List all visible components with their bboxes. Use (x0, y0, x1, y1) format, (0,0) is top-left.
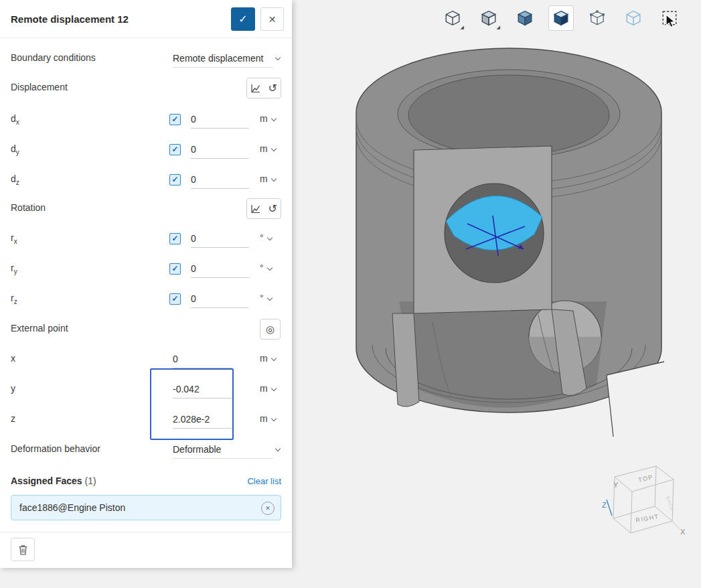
reset-icon: ↺ (268, 204, 277, 214)
remove-face-button[interactable]: ✕ (261, 502, 275, 515)
panel-header: Remote displacement 12 ✓ ✕ (0, 0, 292, 38)
shaded-view-button[interactable] (548, 5, 574, 31)
pick-point-button[interactable]: ◎ (260, 319, 281, 340)
rz-label: rz (11, 293, 17, 305)
z-axis-line (607, 500, 612, 516)
point-x-label: x (11, 353, 15, 364)
dy-row: dy ✓ 0 m (0, 139, 292, 161)
rx-checkbox[interactable]: ✓ (169, 233, 181, 244)
point-z-unit-select[interactable]: m (260, 413, 276, 424)
ramp-input-icon (250, 204, 261, 214)
point-y-row: y -0.042 m (0, 379, 292, 400)
rx-unit-select[interactable]: ° (260, 232, 272, 243)
chevron-down-icon (266, 265, 272, 271)
boundary-conditions-select[interactable]: Remote displacement (173, 50, 273, 68)
dx-input[interactable]: 0 (191, 111, 249, 129)
chevron-down-icon (266, 235, 272, 240)
trash-icon (17, 544, 29, 556)
rz-input[interactable]: 0 (191, 290, 249, 308)
footer-divider (0, 532, 292, 532)
panel-title: Remote displacement 12 (11, 13, 129, 25)
perspective-view-icon (589, 9, 606, 27)
view-cube-front-label[interactable]: RIGHT (635, 513, 660, 524)
dz-checkbox[interactable]: ✓ (169, 174, 181, 186)
point-x-unit-select[interactable]: m (260, 353, 276, 364)
mouse-cursor-icon (666, 14, 676, 29)
ramp-input-icon (250, 83, 261, 94)
view-cube-side-label[interactable]: BACK (666, 496, 675, 512)
rz-unit-select[interactable]: ° (260, 293, 272, 303)
ry-unit-select[interactable]: ° (260, 263, 272, 273)
isometric-view-button[interactable]: ◢ (440, 5, 465, 31)
chevron-down-icon (270, 416, 276, 421)
external-point-row: External point ◎ (0, 319, 292, 340)
apply-button[interactable]: ✓ (231, 7, 255, 31)
dx-unit-select[interactable]: m (260, 113, 276, 124)
dz-row: dz ✓ 0 m (0, 169, 292, 191)
ry-input[interactable]: 0 (191, 260, 249, 278)
chevron-down-icon (266, 295, 272, 301)
rx-label: rx (11, 232, 17, 245)
point-x-input[interactable]: 0 (173, 350, 232, 368)
rotation-tools-group[interactable]: ↺ (246, 198, 281, 219)
chevron-down-icon (275, 55, 281, 60)
hidden-line-view-button[interactable]: ◢ (476, 5, 501, 31)
point-z-label: z (11, 413, 15, 424)
dy-unit-select[interactable]: m (260, 143, 276, 154)
boundary-conditions-label: Boundary conditions (11, 52, 96, 63)
point-y-unit-select[interactable]: m (260, 383, 276, 394)
point-y-label: y (11, 383, 15, 394)
point-z-input[interactable]: 2.028e-2 (173, 411, 232, 429)
chevron-down-icon (270, 386, 276, 391)
view-cube-top-label[interactable]: TOP (637, 473, 654, 484)
reset-icon: ↺ (268, 83, 277, 94)
chevron-down-icon (270, 176, 276, 181)
chevron-down-icon (270, 116, 276, 121)
dy-checkbox[interactable]: ✓ (169, 144, 181, 155)
close-button[interactable]: ✕ (260, 7, 284, 31)
delete-button[interactable] (11, 538, 35, 561)
view-toolbar: ◢ ◢ (440, 5, 682, 31)
rx-input[interactable]: 0 (191, 230, 249, 248)
rotation-section-row: Rotation ↺ (0, 198, 292, 220)
z-axis-label: Z (602, 501, 607, 509)
target-point-icon: ◎ (266, 323, 275, 336)
close-icon: ✕ (268, 14, 277, 25)
rz-row: rz ✓ 0 ° (0, 289, 292, 310)
chevron-down-icon (270, 146, 276, 151)
ry-label: ry (11, 263, 17, 275)
dy-input[interactable]: 0 (191, 141, 249, 159)
rz-checkbox[interactable]: ✓ (169, 293, 181, 305)
assigned-face-name: face1886@Engine Piston (19, 502, 125, 513)
isometric-view-icon (444, 9, 461, 27)
dropdown-corner-icon: ◢ (497, 25, 500, 29)
rotation-section-label: Rotation (11, 202, 46, 213)
deformation-label: Deformation behavior (11, 443, 100, 454)
dz-input[interactable]: 0 (191, 171, 249, 189)
assigned-face-chip: face1886@Engine Piston ✕ (11, 495, 281, 520)
assigned-faces-header: Assigned Faces (1) Clear list (0, 471, 292, 493)
x-axis-line (672, 521, 680, 529)
clear-list-link[interactable]: Clear list (247, 476, 281, 486)
dx-row: dx ✓ 0 m (0, 109, 292, 131)
displacement-tools-group[interactable]: ↺ (246, 78, 281, 98)
transparent-view-icon (625, 9, 642, 27)
chevron-down-icon (275, 446, 281, 451)
dx-label: dx (11, 113, 19, 126)
dz-unit-select[interactable]: m (260, 173, 276, 184)
hidden-line-view-icon (480, 9, 497, 27)
y-axis-label: Y (613, 481, 619, 489)
ry-row: ry ✓ 0 ° (0, 259, 292, 280)
dx-checkbox[interactable]: ✓ (169, 114, 181, 125)
app-root: ◢ ◢ (0, 0, 701, 588)
perspective-view-button[interactable] (585, 5, 610, 31)
ry-checkbox[interactable]: ✓ (169, 263, 181, 275)
assigned-faces-count: (1) (85, 475, 96, 486)
transparent-view-button[interactable] (621, 5, 646, 31)
shaded-edges-view-button[interactable] (512, 5, 538, 31)
boundary-conditions-row: Boundary conditions Remote displacement (0, 48, 292, 70)
dropdown-corner-icon: ◢ (461, 25, 464, 29)
view-cube[interactable]: TOP RIGHT BACK X Y Z (601, 462, 687, 545)
point-y-input[interactable]: -0.042 (173, 380, 232, 398)
deformation-select[interactable]: Deformable (173, 441, 273, 459)
